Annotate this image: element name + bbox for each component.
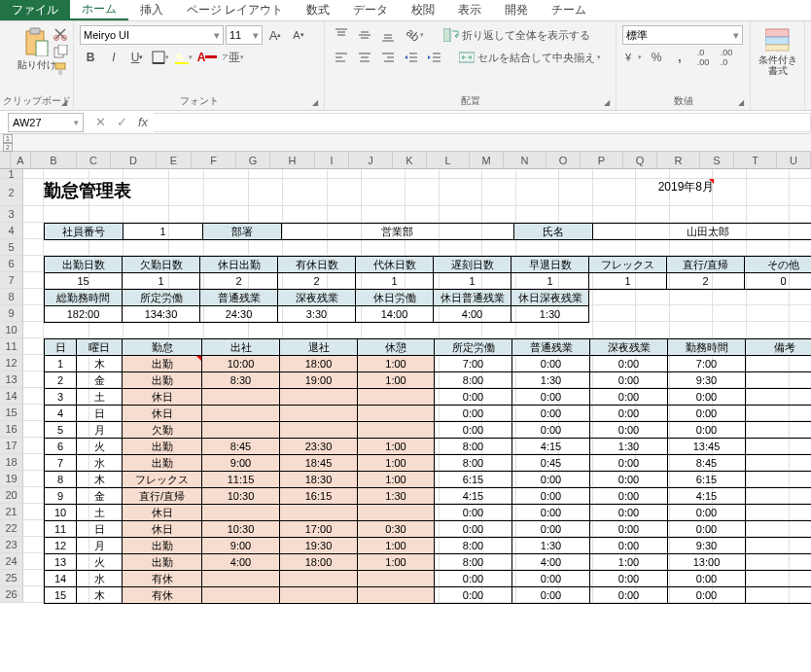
detail-cell[interactable]: 0:00 (668, 505, 746, 521)
detail-cell[interactable]: 1:00 (358, 372, 435, 389)
detail-cell[interactable]: 0:00 (512, 488, 590, 505)
detail-header[interactable]: 普通残業 (512, 339, 590, 356)
summary-value[interactable]: 3:30 (278, 306, 356, 323)
wrap-text-button[interactable]: 折り返して全体を表示する (440, 25, 594, 45)
detail-cell[interactable]: 8:45 (668, 455, 746, 472)
detail-cell[interactable]: 休日 (123, 389, 202, 406)
summary-value[interactable]: 1 (123, 273, 200, 290)
font-color-button[interactable]: A (196, 48, 218, 67)
detail-cell[interactable]: 11:15 (202, 472, 280, 488)
col-header[interactable]: F (192, 152, 236, 168)
detail-cell[interactable]: 日 (77, 521, 123, 538)
info-cell[interactable]: 営業部 (281, 224, 513, 240)
row-header[interactable]: 10 (0, 322, 23, 338)
detail-cell[interactable]: 0:45 (512, 455, 590, 472)
detail-cell[interactable]: 4:15 (435, 488, 512, 505)
name-box[interactable]: AW27▾ (8, 113, 84, 132)
summary-header[interactable]: その他 (745, 257, 812, 273)
copy-icon[interactable] (53, 45, 69, 58)
detail-cell[interactable]: 3 (45, 389, 77, 406)
detail-cell[interactable] (358, 406, 435, 422)
ribbon-tab-7[interactable]: 開発 (493, 0, 540, 20)
decrease-font-icon[interactable]: A▾ (288, 25, 309, 45)
increase-decimal-icon[interactable]: .0.00 (692, 48, 714, 67)
number-launcher-icon[interactable]: ◢ (738, 98, 748, 108)
detail-cell[interactable]: 0:00 (668, 422, 746, 439)
detail-cell[interactable] (202, 422, 280, 439)
detail-cell[interactable]: 15 (45, 587, 77, 604)
detail-cell[interactable]: 18:00 (280, 554, 358, 571)
detail-cell[interactable]: 8 (45, 472, 77, 488)
col-header[interactable]: P (581, 152, 623, 168)
detail-cell[interactable]: 1:00 (358, 356, 435, 372)
detail-cell[interactable] (280, 406, 358, 422)
detail-cell[interactable]: フレックス (123, 472, 202, 488)
detail-cell[interactable]: 0:00 (435, 571, 512, 587)
comma-button[interactable]: , (669, 48, 690, 67)
detail-header[interactable]: 日 (45, 339, 77, 356)
detail-header[interactable]: 休憩 (358, 339, 435, 356)
row-header[interactable]: 24 (0, 553, 23, 570)
detail-cell[interactable]: 13 (45, 554, 77, 571)
detail-cell[interactable] (746, 488, 812, 505)
ribbon-tab-5[interactable]: 校閲 (400, 0, 446, 20)
row-header[interactable]: 2 (0, 179, 23, 206)
detail-cell[interactable]: 0:00 (590, 372, 668, 389)
detail-header[interactable]: 深夜残業 (590, 339, 668, 356)
cut-icon[interactable] (53, 27, 69, 41)
detail-cell[interactable]: 日 (77, 406, 123, 422)
detail-cell[interactable]: 6:15 (668, 472, 746, 488)
align-center-icon[interactable] (354, 48, 375, 67)
col-header[interactable]: T (734, 152, 777, 168)
format-painter-icon[interactable] (53, 62, 69, 76)
detail-cell[interactable]: 1:00 (358, 439, 435, 455)
summary-value[interactable]: 134:30 (123, 306, 200, 323)
detail-cell[interactable]: 16:15 (280, 488, 358, 505)
underline-button[interactable]: U▾ (126, 48, 148, 67)
detail-cell[interactable] (746, 521, 812, 538)
detail-header[interactable]: 退社 (280, 339, 358, 356)
col-header[interactable]: O (547, 152, 581, 168)
detail-cell[interactable] (746, 406, 812, 422)
summary-header[interactable]: 遅刻日数 (434, 257, 511, 273)
bold-button[interactable]: B (80, 48, 101, 67)
detail-cell[interactable]: 出勤 (123, 455, 202, 472)
detail-cell[interactable]: 1:00 (358, 538, 435, 554)
detail-cell[interactable]: 有休 (123, 587, 202, 604)
detail-cell[interactable]: 8:00 (435, 455, 512, 472)
summary-header[interactable]: 早退日数 (511, 257, 589, 273)
info-cell[interactable]: 社員番号 (45, 224, 123, 240)
detail-cell[interactable]: 土 (77, 389, 123, 406)
detail-cell[interactable]: 0:00 (512, 422, 590, 439)
row-header[interactable]: 9 (0, 305, 23, 322)
summary-value[interactable]: 1 (356, 273, 434, 290)
detail-cell[interactable]: 0:00 (590, 538, 668, 554)
summary-value[interactable]: 2 (200, 273, 278, 290)
row-header[interactable]: 13 (0, 371, 23, 388)
detail-cell[interactable]: 0:00 (512, 571, 590, 587)
summary-header[interactable]: 休日労働 (356, 290, 434, 306)
font-launcher-icon[interactable]: ◢ (312, 98, 322, 108)
align-middle-icon[interactable] (354, 25, 375, 45)
file-tab[interactable]: ファイル (0, 0, 70, 20)
summary-header[interactable]: 代休日数 (356, 257, 434, 273)
row-header[interactable]: 7 (0, 272, 23, 289)
ribbon-tab-0[interactable]: ホーム (70, 0, 128, 20)
detail-cell[interactable]: 18:00 (280, 356, 358, 372)
detail-cell[interactable] (746, 439, 812, 455)
col-header[interactable]: G (236, 152, 270, 168)
detail-cell[interactable]: 0:00 (668, 587, 746, 604)
row-header[interactable]: 17 (0, 438, 23, 454)
detail-cell[interactable] (746, 538, 812, 554)
outline-level-1[interactable]: 1 (3, 134, 13, 143)
detail-cell[interactable]: 1:30 (512, 538, 590, 554)
col-header[interactable]: L (427, 152, 470, 168)
col-header[interactable]: Q (623, 152, 657, 168)
detail-cell[interactable]: 13:00 (668, 554, 746, 571)
summary-header[interactable]: 休日深夜残業 (511, 290, 589, 306)
summary-header[interactable]: フレックス (589, 257, 667, 273)
detail-cell[interactable]: 1:30 (590, 439, 668, 455)
detail-cell[interactable]: 0:00 (590, 389, 668, 406)
detail-cell[interactable]: 18:30 (280, 472, 358, 488)
detail-cell[interactable]: 7 (45, 455, 77, 472)
